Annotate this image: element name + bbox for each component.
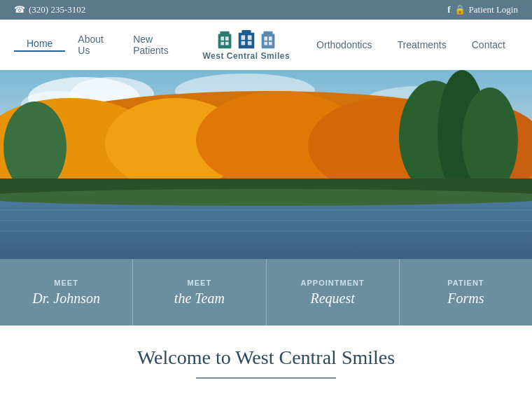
logo-icons [215, 29, 278, 50]
facebook-icon: f [447, 4, 450, 15]
hero-image [0, 70, 532, 259]
svg-rect-0 [218, 34, 231, 49]
svg-point-32 [462, 88, 518, 192]
patient-login-link[interactable]: Patient Login [469, 4, 518, 15]
svg-rect-7 [241, 30, 251, 34]
logo-icon-2 [237, 29, 256, 50]
forms-title: Forms [447, 290, 484, 307]
svg-rect-4 [220, 42, 224, 46]
quick-link-dr-johnson[interactable]: MEET Dr. Johnson [0, 259, 133, 326]
team-title: the Team [174, 290, 225, 307]
meet-team-label: MEET [188, 279, 212, 287]
logo-icon-1 [215, 29, 234, 50]
quick-links-bar: MEET Dr. Johnson MEET the Team APPOINTME… [0, 259, 532, 326]
svg-rect-13 [263, 31, 272, 36]
svg-rect-14 [264, 36, 267, 41]
nav-link-new-patients[interactable]: New Patients [120, 34, 188, 56]
logo-icon-3 [258, 29, 278, 50]
nav-links-container: Home About Us New Patients [14, 29, 518, 61]
nav-link-orthodontics[interactable]: Orthodontics [304, 39, 384, 50]
nav-link-about[interactable]: About Us [65, 34, 120, 56]
svg-rect-5 [225, 42, 229, 46]
nav-link-treatments[interactable]: Treatments [384, 39, 458, 50]
svg-rect-9 [248, 35, 252, 40]
svg-rect-35 [0, 197, 532, 259]
quick-link-appointment[interactable]: APPOINTMENT Request [267, 259, 400, 326]
welcome-divider [196, 377, 336, 379]
phone-icon: ☎ [14, 4, 25, 15]
top-bar: ☎ (320) 235-3102 f 🔒 Patient Login [0, 0, 532, 20]
main-nav: Home About Us New Patients [0, 20, 532, 70]
welcome-section: Welcome to West Central Smiles [0, 326, 532, 393]
nav-link-home[interactable]: Home [14, 38, 65, 52]
lock-icon: 🔒 [454, 4, 465, 15]
phone-section: ☎ (320) 235-3102 [14, 4, 85, 15]
patient-label: PATIENT [447, 279, 484, 287]
logo: West Central Smiles [202, 29, 290, 61]
svg-rect-3 [225, 36, 229, 41]
phone-number: (320) 235-3102 [29, 4, 85, 15]
svg-rect-16 [264, 42, 267, 46]
dr-johnson-title: Dr. Johnson [32, 290, 100, 307]
quick-link-team[interactable]: MEET the Team [133, 259, 266, 326]
svg-rect-8 [241, 35, 245, 40]
hero-svg [0, 70, 532, 259]
svg-rect-1 [220, 31, 229, 36]
svg-rect-11 [248, 41, 252, 46]
svg-rect-10 [241, 41, 245, 46]
svg-rect-2 [220, 36, 224, 41]
logo-text: West Central Smiles [202, 51, 290, 61]
svg-rect-12 [261, 34, 274, 49]
svg-rect-6 [239, 33, 255, 49]
svg-rect-17 [269, 42, 272, 46]
appointment-label: APPOINTMENT [301, 279, 365, 287]
request-title: Request [310, 290, 354, 307]
nav-link-contact[interactable]: Contact [459, 39, 518, 50]
svg-point-39 [0, 189, 532, 206]
welcome-title: Welcome to West Central Smiles [42, 346, 490, 369]
login-section[interactable]: f 🔒 Patient Login [447, 4, 518, 15]
quick-link-forms[interactable]: PATIENT Forms [400, 259, 532, 326]
meet-dr-label: MEET [54, 279, 78, 287]
svg-rect-15 [269, 36, 272, 41]
